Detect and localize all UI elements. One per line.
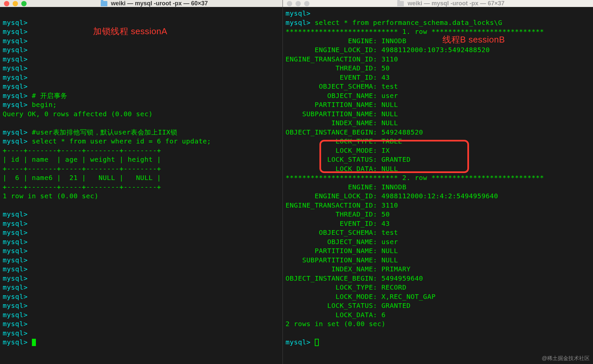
- kv-label: OBJECT_INSTANCE_BEGIN:: [286, 274, 377, 282]
- comment-lock: #user表加排他写锁，默认user表会加上IIX锁: [32, 128, 178, 136]
- kv-label: THREAD_ID:: [286, 210, 377, 218]
- kv-value: NULL: [381, 119, 398, 127]
- prompt: mysql>: [3, 283, 28, 291]
- prompt: mysql>: [3, 311, 28, 319]
- kv-label: LOCK_TYPE:: [286, 283, 377, 291]
- prompt: mysql>: [3, 338, 28, 346]
- kv-value: user: [381, 238, 398, 246]
- kv-label: EVENT_ID:: [286, 220, 377, 228]
- kv-value: 43: [381, 73, 390, 81]
- table-row: | 6 | name6 | 21 | NULL | NULL |: [3, 174, 161, 182]
- kv-value: RECORD: [381, 283, 406, 291]
- watermark: @稀土掘金技术社区: [542, 355, 590, 362]
- kv-value: 50: [381, 64, 390, 72]
- minimize-icon[interactable]: [296, 1, 301, 6]
- kv-value: NULL: [381, 247, 398, 255]
- traffic-lights-b: [287, 1, 309, 6]
- prompt: mysql>: [3, 19, 28, 27]
- kv-label: SUBPARTITION_NAME:: [286, 110, 377, 118]
- prompt: mysql>: [3, 220, 28, 228]
- kv-label: OBJECT_NAME:: [286, 238, 377, 246]
- prompt: mysql>: [3, 128, 28, 136]
- cmd-begin: begin;: [32, 101, 57, 109]
- kv-label: ENGINE:: [286, 183, 377, 191]
- titlebar-a[interactable]: weiki — mysql -uroot -px — 60×37: [0, 0, 283, 7]
- prompt: mysql>: [3, 238, 28, 246]
- table-header: | id | name | age | weight | height |: [3, 155, 161, 163]
- kv-value: PRIMARY: [381, 265, 411, 273]
- kv-value: NULL: [381, 110, 398, 118]
- window-title-a: weiki — mysql -uroot -px — 60×37: [30, 0, 279, 7]
- prompt: mysql>: [3, 320, 28, 328]
- kv-label: SUBPARTITION_NAME:: [286, 256, 377, 264]
- kv-label: OBJECT_SCHEMA:: [286, 82, 377, 90]
- kv-value: 6: [381, 311, 386, 319]
- kv-value: X,REC_NOT_GAP: [381, 293, 435, 301]
- kv-label: PARTITION_NAME:: [286, 247, 377, 255]
- prompt: mysql>: [286, 338, 310, 346]
- terminal-body-b[interactable]: mysql> mysql> select * from performance_…: [283, 7, 593, 364]
- kv-value: 4988112000:12:4:2:5494959640: [381, 192, 498, 200]
- prompt: mysql>: [3, 64, 28, 72]
- result-count: 1 row in set (0.00 sec): [3, 192, 98, 200]
- kv-label: LOCK_DATA:: [286, 311, 377, 319]
- terminal-window-a: weiki — mysql -uroot -px — 60×37 mysql> …: [0, 0, 283, 364]
- prompt: mysql>: [3, 137, 28, 145]
- prompt: mysql>: [286, 9, 310, 17]
- kv-value: 5494959640: [381, 274, 423, 282]
- prompt: mysql>: [3, 82, 28, 90]
- terminal-window-b: weiki — mysql -uroot -px — 67×37 mysql> …: [283, 0, 593, 364]
- kv-value: INNODB: [381, 183, 406, 191]
- traffic-lights-a: [4, 1, 27, 6]
- table-sep: +----+-------+-----+--------+--------+: [3, 183, 161, 191]
- row2-header: *************************** 2. row *****…: [286, 174, 544, 182]
- prompt: mysql>: [3, 55, 28, 63]
- titlebar-b[interactable]: weiki — mysql -uroot -px — 67×37: [283, 0, 593, 7]
- kv-label: PARTITION_NAME:: [286, 101, 377, 109]
- kv-label: INDEX_NAME:: [286, 119, 377, 127]
- kv-value: 50: [381, 210, 390, 218]
- table-sep: +----+-------+-----+--------+--------+: [3, 165, 161, 173]
- cursor-icon: [32, 339, 36, 346]
- prompt: mysql>: [3, 247, 28, 255]
- prompt: mysql>: [3, 73, 28, 81]
- table-sep: +----+-------+-----+--------+--------+: [3, 146, 161, 154]
- terminal-body-a[interactable]: mysql> mysql> mysql> mysql> mysql> mysql…: [0, 7, 283, 364]
- prompt: mysql>: [3, 256, 28, 264]
- prompt: mysql>: [3, 210, 28, 218]
- cursor-outline-icon: [315, 339, 319, 346]
- kv-label: OBJECT_SCHEMA:: [286, 228, 377, 236]
- prompt: mysql>: [3, 265, 28, 273]
- prompt: mysql>: [3, 37, 28, 45]
- kv-label: INDEX_NAME:: [286, 265, 377, 273]
- maximize-icon[interactable]: [21, 1, 27, 6]
- kv-label: ENGINE_LOCK_ID:: [286, 46, 377, 54]
- prompt: mysql>: [3, 101, 28, 109]
- comment-open-tx: # 开启事务: [32, 92, 67, 100]
- maximize-icon[interactable]: [304, 1, 309, 6]
- annotation-session-b: 线程B sessionB: [442, 35, 505, 45]
- prompt: mysql>: [286, 19, 310, 27]
- window-title-b: weiki — mysql -uroot -px — 67×37: [313, 0, 589, 7]
- kv-value: 3110: [381, 55, 398, 63]
- minimize-icon[interactable]: [13, 1, 18, 6]
- prompt: mysql>: [3, 46, 28, 54]
- prompt: mysql>: [3, 228, 28, 236]
- folder-icon: [101, 1, 107, 6]
- cmd-select: select * from user where id = 6 for upda…: [32, 137, 211, 145]
- cmd-select-locks: select * from performance_schema.data_lo…: [315, 19, 502, 27]
- highlight-lock-info: [319, 140, 469, 173]
- close-icon[interactable]: [287, 1, 292, 6]
- prompt: mysql>: [3, 28, 28, 36]
- title-text-b: weiki — mysql -uroot -px — 67×37: [408, 0, 505, 7]
- prompt: mysql>: [3, 302, 28, 310]
- kv-value: user: [381, 92, 398, 100]
- kv-value: 43: [381, 220, 390, 228]
- kv-value: 3110: [381, 201, 398, 209]
- kv-label: ENGINE_LOCK_ID:: [286, 192, 377, 200]
- kv-label: EVENT_ID:: [286, 73, 377, 81]
- annotation-session-a: 加锁线程 sessionA: [93, 27, 167, 36]
- kv-label: OBJECT_NAME:: [286, 92, 377, 100]
- close-icon[interactable]: [4, 1, 9, 6]
- prompt: mysql>: [3, 274, 28, 282]
